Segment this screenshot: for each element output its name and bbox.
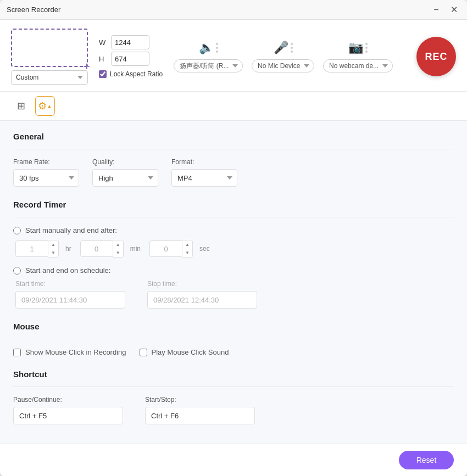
pause-shortcut-label: Pause/Continue: bbox=[13, 396, 123, 404]
hr-down-btn[interactable]: ▼ bbox=[48, 249, 58, 257]
minimize-button[interactable]: − bbox=[430, 3, 443, 16]
webcam-select[interactable]: No webcam de... bbox=[323, 59, 393, 72]
show-click-checkbox[interactable] bbox=[13, 349, 21, 356]
speaker-icon-row: 🔈 bbox=[199, 41, 218, 55]
close-button[interactable]: ✕ bbox=[447, 3, 460, 16]
webcam-icon-row: 📷 bbox=[348, 41, 368, 55]
hr-group: ▲ ▼ bbox=[15, 240, 59, 257]
min-down-btn[interactable]: ▼ bbox=[113, 249, 123, 257]
width-input[interactable] bbox=[111, 35, 149, 49]
capture-area-block: ✛ Custom Full Screen 1920x1080 1280x720 … bbox=[11, 29, 88, 85]
sec-input[interactable] bbox=[149, 240, 182, 257]
lock-aspect-checkbox[interactable] bbox=[99, 70, 107, 78]
settings-button[interactable]: ⚙ ▲ bbox=[35, 96, 55, 116]
settings-content: General Frame Rate: 30 fps 15 fps 20 fps… bbox=[0, 121, 467, 444]
min-spinner: ▲ ▼ bbox=[113, 240, 124, 257]
title-bar: Screen Recorder − ✕ bbox=[0, 0, 467, 20]
webcam-block: 📷 No webcam de... bbox=[323, 41, 393, 72]
start-time-group: Start time: bbox=[15, 280, 125, 309]
settings-chevron: ▲ bbox=[47, 103, 52, 109]
mouse-checkbox-row: Show Mouse Click in Recording Play Mouse… bbox=[13, 348, 454, 356]
mic-icon: 🎤 bbox=[274, 41, 288, 55]
format-label: Format: bbox=[171, 158, 237, 166]
window-title: Screen Recorder bbox=[7, 5, 430, 14]
window-controls: − ✕ bbox=[430, 3, 460, 16]
start-time-label: Start time: bbox=[15, 280, 125, 288]
audio-webcam-section: 🔈 扬声器/听筒 (R... 🎤 No Mi bbox=[174, 37, 456, 76]
speaker-select[interactable]: 扬声器/听筒 (R... bbox=[174, 59, 243, 72]
shortcut-rows: Pause/Continue: Start/Stop: bbox=[13, 396, 454, 424]
format-group: Format: MP4 MOV AVI FLV TS GIF bbox=[171, 158, 237, 187]
stop-time-input[interactable] bbox=[147, 291, 257, 309]
settings-icon: ⚙ bbox=[38, 100, 47, 112]
reset-button[interactable]: Reset bbox=[399, 451, 454, 469]
height-row: H bbox=[99, 52, 163, 66]
show-click-label: Show Mouse Click in Recording bbox=[25, 348, 126, 356]
min-group: ▲ ▼ bbox=[80, 240, 124, 257]
min-unit: min bbox=[130, 245, 141, 253]
frame-rate-group: Frame Rate: 30 fps 15 fps 20 fps 24 fps … bbox=[13, 158, 79, 187]
frame-rate-select[interactable]: 30 fps 15 fps 20 fps 24 fps 60 fps bbox=[13, 169, 79, 187]
play-sound-item: Play Mouse Click Sound bbox=[140, 348, 229, 356]
timer-divider bbox=[13, 217, 454, 217]
mouse-divider bbox=[13, 339, 454, 339]
start-stop-shortcut-input[interactable] bbox=[145, 407, 255, 424]
height-label: H bbox=[99, 55, 108, 63]
quality-select[interactable]: High Low Medium bbox=[92, 169, 158, 187]
layout-icon: ⊞ bbox=[17, 100, 25, 112]
manual-radio-row: Start manually and end after: bbox=[13, 226, 454, 234]
lock-row: Lock Aspect Ratio bbox=[99, 70, 163, 78]
min-input[interactable] bbox=[80, 240, 113, 257]
start-stop-shortcut-group: Start/Stop: bbox=[145, 396, 255, 424]
main-window: Screen Recorder − ✕ ✛ Custom Full Screen… bbox=[0, 0, 467, 476]
quality-group: Quality: High Low Medium bbox=[92, 158, 158, 187]
min-up-btn[interactable]: ▲ bbox=[113, 240, 123, 249]
sec-spinner: ▲ ▼ bbox=[182, 240, 193, 257]
lock-aspect-label: Lock Aspect Ratio bbox=[110, 70, 163, 78]
footer: Reset bbox=[0, 444, 467, 476]
top-section: ✛ Custom Full Screen 1920x1080 1280x720 … bbox=[0, 20, 467, 92]
pause-shortcut-input[interactable] bbox=[13, 407, 123, 424]
shortcut-title: Shortcut bbox=[13, 369, 454, 379]
sec-group: ▲ ▼ bbox=[149, 240, 193, 257]
schedule-inputs-row: Start time: Stop time: bbox=[15, 280, 454, 309]
general-title: General bbox=[13, 132, 454, 141]
crosshair-icon: ✛ bbox=[84, 63, 90, 69]
manual-radio-label: Start manually and end after: bbox=[25, 226, 117, 234]
mouse-section: Mouse Show Mouse Click in Recording Play… bbox=[13, 322, 454, 356]
format-select[interactable]: MP4 MOV AVI FLV TS GIF bbox=[171, 169, 237, 187]
play-sound-label: Play Mouse Click Sound bbox=[152, 348, 229, 356]
rec-button[interactable]: REC bbox=[416, 37, 456, 76]
pause-shortcut-group: Pause/Continue: bbox=[13, 396, 123, 424]
sec-up-btn[interactable]: ▲ bbox=[182, 240, 192, 249]
play-sound-checkbox[interactable] bbox=[140, 349, 147, 356]
start-time-input[interactable] bbox=[15, 291, 125, 309]
quality-label: Quality: bbox=[92, 158, 158, 166]
show-click-item: Show Mouse Click in Recording bbox=[13, 348, 126, 356]
manual-radio[interactable] bbox=[13, 227, 21, 234]
mic-block: 🎤 No Mic Device bbox=[252, 41, 314, 72]
mic-icon-row: 🎤 bbox=[274, 41, 293, 55]
schedule-radio-label: Start and end on schedule: bbox=[25, 266, 110, 275]
timer-title: Record Timer bbox=[13, 200, 454, 209]
height-input[interactable] bbox=[111, 52, 149, 66]
capture-size-select[interactable]: Custom Full Screen 1920x1080 1280x720 64… bbox=[11, 70, 88, 85]
layout-button[interactable]: ⊞ bbox=[11, 96, 31, 116]
sec-down-btn[interactable]: ▼ bbox=[182, 249, 192, 257]
start-stop-shortcut-label: Start/Stop: bbox=[145, 396, 255, 404]
hr-input[interactable] bbox=[15, 240, 48, 257]
manual-time-inputs: ▲ ▼ hr ▲ ▼ min ▲ ▼ bbox=[15, 240, 454, 257]
hr-up-btn[interactable]: ▲ bbox=[48, 240, 58, 249]
capture-preview[interactable]: ✛ bbox=[11, 29, 88, 67]
toolbar-row: ⊞ ⚙ ▲ bbox=[0, 92, 467, 121]
hr-spinner: ▲ ▼ bbox=[48, 240, 59, 257]
general-section: General Frame Rate: 30 fps 15 fps 20 fps… bbox=[13, 132, 454, 187]
shortcut-divider bbox=[13, 387, 454, 387]
sec-unit: sec bbox=[199, 245, 210, 253]
mic-select[interactable]: No Mic Device bbox=[252, 59, 314, 72]
shortcut-section: Shortcut Pause/Continue: Start/Stop: bbox=[13, 369, 454, 424]
frame-rate-label: Frame Rate: bbox=[13, 158, 79, 166]
speaker-block: 🔈 扬声器/听筒 (R... bbox=[174, 41, 243, 72]
schedule-radio[interactable] bbox=[13, 267, 21, 275]
speaker-icon: 🔈 bbox=[199, 41, 214, 55]
